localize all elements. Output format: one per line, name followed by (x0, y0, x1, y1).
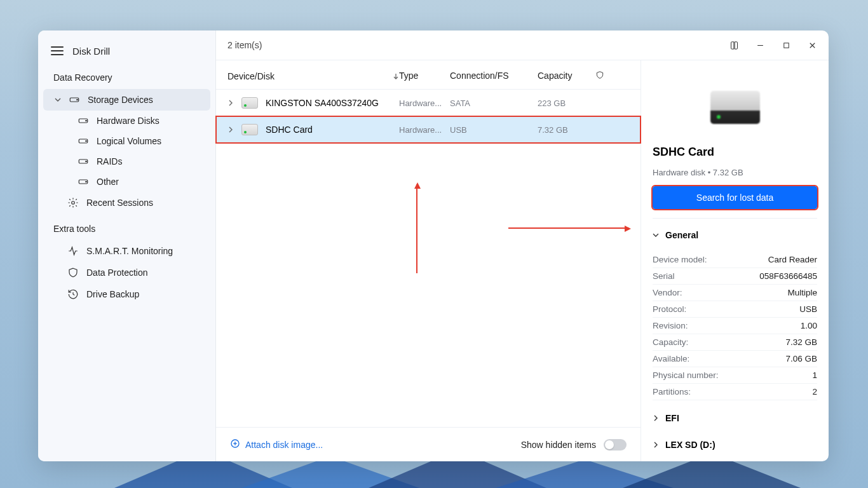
kv-row: Available:7.06 GB (653, 351, 817, 367)
device-name: SDHC Card (266, 125, 313, 135)
kv-key: Protocol: (653, 304, 686, 314)
sidebar-section-extra-tools: Extra tools (38, 220, 215, 240)
hamburger-icon[interactable] (51, 44, 64, 57)
sidebar-item-label: Logical Volumes (97, 136, 161, 146)
chevron-right-icon[interactable] (227, 126, 234, 133)
device-subtitle: Hardware disk • 7.32 GB (653, 168, 817, 177)
kv-key: Capacity: (653, 337, 688, 347)
kv-row: Physical number:1 (653, 367, 817, 384)
kv-key: Partitions: (653, 387, 691, 396)
hidden-items-toggle-group: Show hidden items (521, 439, 627, 451)
minimize-icon[interactable] (756, 41, 765, 50)
sidebar-item-label: Other (97, 177, 119, 187)
sidebar-item-drive-backup[interactable]: Drive Backup (43, 283, 210, 305)
kv-val: 2 (812, 387, 817, 396)
sidebar-item-storage-devices[interactable]: Storage Devices (43, 89, 210, 111)
svg-point-5 (86, 140, 87, 142)
main-panel: 2 item(s) Device/Disk Type Connection/FS (216, 30, 829, 461)
col-label: Type (399, 71, 418, 81)
item-count: 2 item(s) (227, 40, 262, 50)
sidebar-item-smart-monitoring[interactable]: S.M.A.R.T. Monitoring (43, 240, 210, 262)
disk-icon (241, 124, 258, 135)
col-capacity[interactable]: Capacity (538, 71, 592, 81)
details-panel: SDHC Card Hardware disk • 7.32 GB Search… (641, 60, 829, 461)
sidebar-item-label: Storage Devices (88, 95, 153, 105)
drive-icon (78, 156, 89, 167)
chevron-right-icon[interactable] (227, 100, 234, 106)
sidebar-item-logical-volumes[interactable]: Logical Volumes (43, 131, 210, 151)
table-row[interactable]: KINGSTON SA400S37240G Hardware... SATA 2… (216, 90, 641, 116)
search-for-lost-data-button[interactable]: Search for lost data (653, 186, 817, 209)
gear-icon (67, 197, 79, 208)
annotation-arrow-horizontal (508, 227, 629, 229)
group-lexsd[interactable]: LEX SD (D:) (653, 436, 817, 454)
app-title: Disk Drill (72, 46, 110, 57)
col-label: Connection/FS (450, 71, 509, 81)
sidebar-item-label: Drive Backup (86, 289, 139, 299)
chevron-right-icon (653, 440, 659, 450)
kv-row: Device model:Card Reader (653, 252, 817, 268)
shield-icon (67, 267, 79, 278)
sidebar-item-label: Hardware Disks (97, 116, 159, 126)
sidebar-item-recent-sessions[interactable]: Recent Sessions (43, 192, 210, 214)
sidebar-header: Disk Drill (38, 30, 215, 69)
group-efi[interactable]: EFI (653, 409, 817, 427)
annotation-arrow-vertical (416, 184, 417, 273)
topbar: 2 item(s) (216, 30, 829, 60)
kv-val: 7.32 GB (785, 337, 817, 347)
activity-icon (67, 245, 79, 257)
drive-icon (78, 176, 89, 187)
sidebar-item-label: S.M.A.R.T. Monitoring (86, 246, 173, 256)
device-conn: USB (450, 125, 538, 135)
separator (653, 218, 817, 219)
svg-point-1 (77, 99, 78, 100)
sidebar-item-raids[interactable]: RAIDs (43, 151, 210, 172)
sidebar-item-hardware-disks[interactable]: Hardware Disks (43, 111, 210, 131)
kv-key: Available: (653, 354, 689, 363)
kv-key: Serial (653, 271, 675, 281)
sidebar: Disk Drill Data Recovery Storage Devices… (38, 30, 216, 461)
device-type: Hardware... (399, 98, 450, 108)
group-general[interactable]: General (653, 227, 817, 243)
maximize-icon[interactable] (782, 41, 791, 50)
chevron-down-icon (653, 230, 659, 240)
kv-val: 058F63666485 (759, 271, 817, 281)
kv-row: Vendor:Multiple (653, 285, 817, 301)
device-type: Hardware... (399, 125, 450, 135)
disk-icon (241, 97, 258, 109)
attach-image-button[interactable]: Attach disk image... (230, 438, 323, 451)
close-icon[interactable] (808, 41, 817, 50)
book-icon[interactable] (729, 41, 739, 50)
group-label: General (665, 230, 698, 240)
device-conn: SATA (450, 98, 538, 108)
sidebar-item-label: RAIDs (97, 156, 122, 166)
drive-icon (69, 94, 80, 105)
table-row[interactable]: SDHC Card Hardware... USB 7.32 GB (216, 116, 641, 143)
sidebar-item-other[interactable]: Other (43, 172, 210, 192)
chevron-down-icon (55, 97, 61, 103)
col-device[interactable]: Device/Disk (227, 71, 399, 81)
hidden-items-toggle[interactable] (604, 439, 627, 451)
svg-point-3 (86, 120, 87, 121)
kv-val: 1.00 (801, 321, 817, 330)
app-window: Disk Drill Data Recovery Storage Devices… (38, 30, 829, 461)
sidebar-item-label: Data Protection (86, 268, 148, 278)
kv-key: Vendor: (653, 288, 682, 297)
chevron-right-icon (653, 413, 659, 423)
col-type[interactable]: Type (399, 71, 450, 81)
hidden-items-label: Show hidden items (521, 440, 596, 450)
general-table: Device model:Card Reader Serial058F63666… (653, 252, 817, 400)
kv-row: Revision:1.00 (653, 318, 817, 334)
plus-circle-icon (230, 438, 240, 451)
kv-key: Physical number: (653, 370, 719, 380)
kv-row: Partitions:2 (653, 384, 817, 400)
kv-row: Capacity:7.32 GB (653, 334, 817, 351)
attach-label: Attach disk image... (245, 440, 323, 450)
col-connection[interactable]: Connection/FS (450, 71, 538, 81)
window-controls (729, 41, 817, 50)
sidebar-item-label: Recent Sessions (86, 198, 153, 208)
sidebar-item-data-protection[interactable]: Data Protection (43, 262, 210, 283)
sidebar-section-data-recovery: Data Recovery (38, 69, 215, 89)
col-shield[interactable] (592, 71, 607, 81)
col-label: Capacity (538, 71, 572, 81)
